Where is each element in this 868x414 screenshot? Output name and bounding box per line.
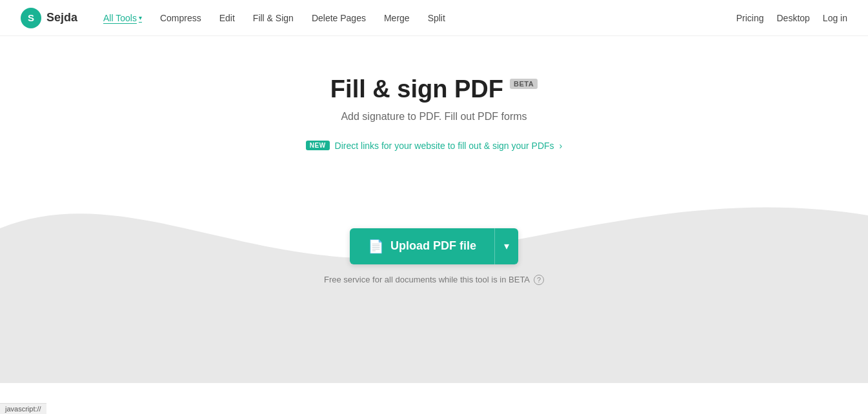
hero-banner-link[interactable]: NEW Direct links for your website to fil… [306,141,563,151]
nav-desktop[interactable]: Desktop [776,13,809,23]
nav-login[interactable]: Log in [823,13,847,23]
nav-delete-pages[interactable]: Delete Pages [304,9,374,27]
arrow-icon: › [560,141,563,151]
pdf-file-icon: 📄 [368,239,384,254]
nav-right: Pricing Desktop Log in [736,13,847,23]
hero-banner-text: Direct links for your website to fill ou… [335,141,554,151]
upload-button-group: 📄 Upload PDF file ▾ [350,228,518,264]
nav-all-tools[interactable]: All Tools ▾ [96,9,150,27]
bottom-section: How To Sign PDF [0,383,868,414]
nav-merge[interactable]: Merge [376,9,418,27]
page-title: Fill & sign PDF [330,75,503,104]
new-badge: NEW [306,141,330,150]
hero-subtitle: Add signature to PDF. Fill out PDF forms [13,111,855,123]
upload-area: 📄 Upload PDF file ▾ Free service for all… [0,177,868,285]
nav-fill-sign[interactable]: Fill & Sign [245,9,301,27]
logo-name: Sejda [46,11,77,25]
hero-section: Fill & sign PDF BETA Add signature to PD… [0,36,868,151]
wave-section: 📄 Upload PDF file ▾ Free service for all… [0,177,868,383]
logo-icon: S [21,8,41,28]
dropdown-arrow-icon: ▾ [504,240,509,252]
upload-pdf-button[interactable]: 📄 Upload PDF file [350,228,494,264]
nav-compress[interactable]: Compress [152,9,209,27]
hero-title-wrap: Fill & sign PDF BETA [330,75,538,104]
nav-edit[interactable]: Edit [212,9,243,27]
help-icon[interactable]: ? [534,275,544,285]
nav-links: All Tools ▾ Compress Edit Fill & Sign De… [96,9,736,27]
upload-dropdown-button[interactable]: ▾ [494,228,518,264]
status-bar: javascript:// [0,403,46,414]
upload-note: Free service for all documents while thi… [324,275,544,285]
nav-pricing[interactable]: Pricing [736,13,764,23]
navbar: S Sejda All Tools ▾ Compress Edit Fill &… [0,0,868,36]
nav-split[interactable]: Split [420,9,453,27]
chevron-down-icon: ▾ [139,14,142,21]
beta-badge: BETA [510,79,538,89]
logo-link[interactable]: S Sejda [21,8,77,28]
